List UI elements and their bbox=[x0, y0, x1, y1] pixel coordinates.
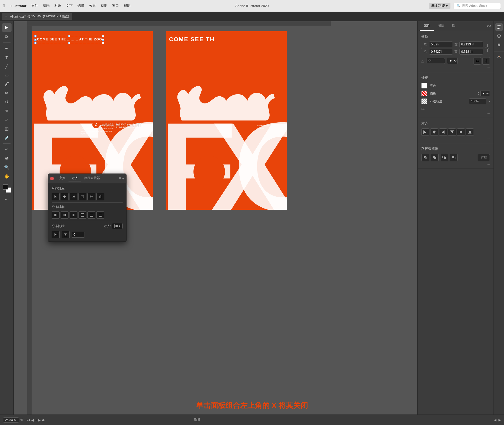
nav-last-button[interactable]: ⏭ bbox=[42, 418, 45, 422]
fp-tab-pathfinder[interactable]: 路径查找器 bbox=[81, 175, 103, 181]
pen-tool-button[interactable]: ✒ bbox=[2, 44, 12, 53]
panel-menu-button[interactable]: ≡ bbox=[119, 176, 121, 181]
status-right-nav-next[interactable]: ▶ bbox=[498, 418, 501, 422]
stroke-dropdown[interactable]: ▾ bbox=[480, 91, 490, 96]
artboard-canvas-2[interactable]: FO X COME SEE TH Come local You sticre y… bbox=[166, 31, 287, 210]
opacity-expand-button[interactable]: › bbox=[489, 99, 490, 103]
panel-collapse-button[interactable]: « bbox=[122, 176, 124, 181]
proportion-lock-icon[interactable] bbox=[485, 43, 490, 53]
tab-properties[interactable]: 属性 bbox=[420, 21, 434, 31]
mini-layers-button[interactable] bbox=[495, 32, 503, 40]
align-center-horizontally-button[interactable] bbox=[61, 193, 69, 200]
distribute-bottom-edges-button[interactable] bbox=[96, 211, 104, 219]
panel-expand-button[interactable]: >> bbox=[486, 24, 491, 28]
stroke-down-arrow[interactable]: ▼ bbox=[477, 93, 479, 96]
pathfinder-expand-button[interactable]: 扩展 bbox=[478, 154, 490, 161]
align-btn-2[interactable] bbox=[430, 128, 438, 136]
canvas-area[interactable]: FO X bbox=[14, 21, 417, 414]
direct-selection-tool-button[interactable] bbox=[2, 32, 12, 41]
angle-dropdown[interactable]: ▾ bbox=[447, 58, 458, 64]
blend-tool-button[interactable]: ∞ bbox=[2, 145, 12, 154]
menu-object[interactable]: 对象 bbox=[54, 3, 61, 8]
pathfinder-btn-4[interactable] bbox=[450, 154, 458, 161]
rotate-tool-button[interactable]: ↺ bbox=[2, 98, 12, 106]
menu-text[interactable]: 文字 bbox=[66, 3, 73, 8]
appearance-more-button[interactable]: ... bbox=[421, 110, 490, 114]
x-input[interactable] bbox=[429, 41, 453, 47]
menu-help[interactable]: 帮助 bbox=[124, 3, 130, 8]
align-right-edges-button[interactable] bbox=[70, 193, 77, 200]
distribute-spacing-v-button[interactable] bbox=[62, 231, 70, 238]
line-tool-button[interactable]: ╱ bbox=[2, 62, 12, 70]
distribute-spacing-h-button[interactable] bbox=[52, 231, 60, 238]
menu-window[interactable]: 窗口 bbox=[112, 3, 119, 8]
panel-close-button[interactable]: × bbox=[50, 177, 54, 180]
status-right-nav-prev[interactable]: ◀ bbox=[494, 418, 496, 422]
pathfinder-btn-1[interactable] bbox=[421, 154, 429, 161]
fill-color-swatch[interactable] bbox=[421, 83, 427, 88]
tab-close-button[interactable]: × bbox=[5, 15, 8, 18]
distribute-top-edges-button[interactable] bbox=[78, 211, 86, 219]
flip-horizontal-button[interactable]: ⇔ bbox=[474, 57, 481, 65]
reference-point-grid-icon[interactable] bbox=[421, 44, 422, 52]
align-left-edges-button[interactable] bbox=[52, 193, 60, 200]
menu-view[interactable]: 视图 bbox=[101, 3, 107, 8]
align-btn-6[interactable] bbox=[466, 128, 474, 136]
y-input[interactable] bbox=[429, 49, 453, 55]
apple-logo-icon[interactable]:  bbox=[3, 3, 5, 9]
symbol-tool-button[interactable]: ❋ bbox=[2, 154, 12, 162]
pathfinder-btn-3[interactable] bbox=[440, 154, 448, 161]
menu-edit[interactable]: 编辑 bbox=[43, 3, 50, 8]
scale-tool-button[interactable]: ⤢ bbox=[2, 116, 12, 124]
distribute-center-vertically-button[interactable] bbox=[87, 211, 95, 219]
menu-illustrator[interactable]: Illustrator bbox=[11, 4, 27, 8]
spacing-value-input[interactable] bbox=[72, 232, 85, 238]
rect-tool-button[interactable]: ▭ bbox=[2, 71, 12, 79]
menu-select[interactable]: 选择 bbox=[77, 3, 84, 8]
tab-layers[interactable]: 图层 bbox=[434, 21, 448, 31]
eyedropper-tool-button[interactable]: 💉 bbox=[2, 133, 12, 142]
height-input[interactable] bbox=[459, 49, 483, 55]
warp-tool-button[interactable]: ⤧ bbox=[2, 107, 12, 115]
tab-libraries[interactable]: 库 bbox=[448, 21, 459, 31]
zoom-input[interactable] bbox=[3, 417, 19, 423]
more-tools-button[interactable]: ··· bbox=[5, 197, 9, 202]
flip-vertical-button[interactable]: ⇕ bbox=[482, 57, 490, 65]
stroke-color-swatch[interactable] bbox=[421, 91, 427, 96]
color-selector[interactable] bbox=[2, 184, 12, 193]
align-btn-4[interactable] bbox=[448, 128, 456, 136]
hand-tool-button[interactable]: ✋ bbox=[2, 172, 12, 180]
transform-more-button[interactable]: ... bbox=[421, 65, 490, 69]
gradient-tool-button[interactable]: ◫ bbox=[2, 124, 12, 133]
align-btn-5[interactable] bbox=[457, 128, 465, 136]
search-box[interactable]: 🔍 搜索 Adobe Stock bbox=[454, 3, 501, 9]
paintbrush-tool-button[interactable]: 🖌 bbox=[2, 80, 12, 88]
nav-next-button[interactable]: ▶ bbox=[38, 418, 41, 422]
fx-label[interactable]: fx. bbox=[421, 106, 425, 110]
align-center-vertically-button[interactable] bbox=[87, 193, 95, 200]
distribute-right-edges-button[interactable] bbox=[70, 211, 77, 219]
mini-libraries-button[interactable] bbox=[495, 41, 503, 49]
align-to-button[interactable]: ▾ bbox=[112, 223, 123, 229]
angle-input[interactable] bbox=[427, 58, 445, 64]
opacity-input[interactable] bbox=[469, 98, 486, 104]
pathfinder-btn-2[interactable] bbox=[431, 154, 439, 161]
workspace-selector[interactable]: 基本功能 ▾ bbox=[429, 3, 450, 9]
align-btn-1[interactable] bbox=[421, 128, 429, 136]
mini-color-button[interactable] bbox=[495, 54, 503, 61]
align-top-edges-button[interactable] bbox=[78, 193, 86, 200]
menu-effect[interactable]: 效果 bbox=[89, 3, 96, 8]
mini-properties-button[interactable] bbox=[495, 23, 503, 31]
align-bottom-edges-button[interactable] bbox=[96, 193, 104, 200]
document-tab[interactable]: × Aligning.ai* @ 25.34% (CMYK/GPU 预览) bbox=[2, 13, 72, 20]
zoom-tool-button[interactable]: 🔍 bbox=[2, 163, 12, 171]
fp-tab-align[interactable]: 对齐 bbox=[69, 175, 81, 181]
nav-first-button[interactable]: ⏮ bbox=[27, 418, 30, 422]
distribute-center-horizontally-button[interactable] bbox=[61, 211, 69, 219]
pencil-tool-button[interactable]: ✏ bbox=[2, 89, 12, 97]
align-more-button[interactable]: ... bbox=[421, 136, 490, 140]
text-tool-button[interactable]: T bbox=[2, 53, 12, 61]
fp-tab-transform[interactable]: 变换 bbox=[56, 175, 69, 181]
width-input[interactable] bbox=[459, 41, 483, 47]
distribute-left-edges-button[interactable] bbox=[52, 211, 60, 219]
